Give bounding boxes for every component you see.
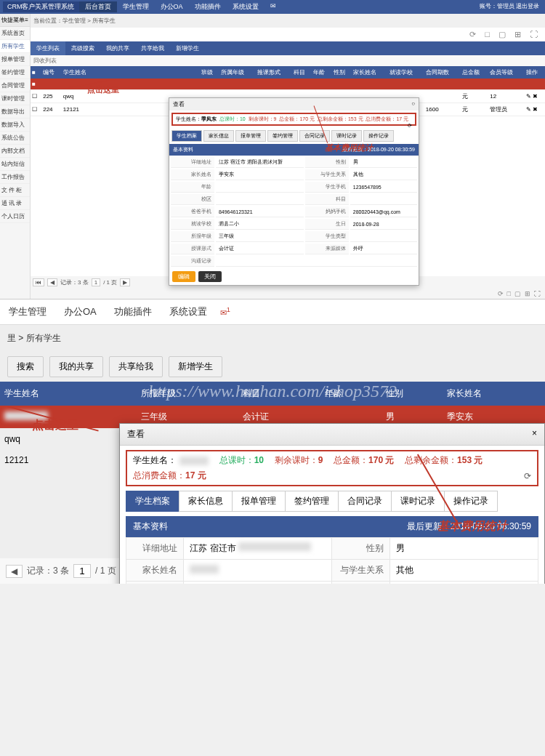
nav-students[interactable]: 学生管理: [0, 299, 55, 324]
col[interactable]: 科目: [238, 382, 320, 406]
student-modal: 查看○ 学生姓名：季凤东 总课时：10 剩余课时：9 总金额：170 元 总剩余…: [169, 97, 419, 286]
nav: 学生管理 办公OA 功能插件 系统设置 ✉1: [0, 299, 545, 325]
breadcrumb: 里 > 所有学生: [0, 325, 545, 352]
delete-icon[interactable]: ✖: [533, 106, 538, 113]
sidebar-item[interactable]: 签约管理: [0, 66, 30, 79]
mail-icon[interactable]: ✉: [265, 1, 282, 12]
main-panel: 当前位置：学生管理 > 所有学生 ⟳ □ ▢ ⊞ ⛶ 学生列表 高级搜索 我的共…: [31, 14, 545, 299]
col[interactable]: 学生姓名: [62, 66, 98, 79]
mtab-ops[interactable]: 操作记录: [363, 130, 394, 142]
col[interactable]: 合同期数: [424, 66, 461, 79]
edit-button[interactable]: 编辑: [172, 271, 195, 282]
nav-settings[interactable]: 系统设置: [161, 299, 216, 324]
sidebar-item[interactable]: 个人日历: [0, 210, 30, 223]
edit-icon[interactable]: ✎: [526, 106, 531, 113]
refresh-icon[interactable]: ⟳: [469, 30, 476, 39]
tool-icon[interactable]: □: [485, 30, 490, 39]
sidebar-item[interactable]: 站内短信: [0, 158, 30, 171]
refresh-icon[interactable]: ⟳: [408, 123, 412, 129]
refresh-icon[interactable]: ⟳: [524, 471, 531, 481]
sidebar-item[interactable]: 所有学生: [0, 40, 30, 53]
col[interactable]: 年龄: [320, 382, 382, 406]
sidebar-item[interactable]: 系统首页: [0, 27, 30, 40]
pager-page-input[interactable]: [73, 564, 91, 578]
sidebar-item[interactable]: 数据导出: [0, 105, 30, 118]
col[interactable]: 所报年级: [137, 382, 239, 406]
col[interactable]: 性别: [382, 382, 443, 406]
mtab-contract[interactable]: 合同记录: [338, 491, 392, 512]
col[interactable]: 就读学校: [388, 66, 424, 79]
user-info[interactable]: 账号：管理员 退出登录: [477, 1, 542, 12]
tab-myshare[interactable]: 我的共享: [100, 41, 135, 55]
nav-plugins[interactable]: 功能插件: [105, 299, 161, 324]
col[interactable]: 所属年级: [219, 66, 256, 79]
delete-icon[interactable]: ✖: [533, 93, 538, 100]
collapse-icon[interactable]: ≡: [25, 17, 28, 23]
nav-oa[interactable]: 办公OA: [155, 1, 189, 12]
sidebar-title: 快捷菜单≡: [0, 14, 30, 27]
sidebar-item[interactable]: 系统公告: [0, 132, 30, 145]
breadcrumb: 当前位置：学生管理 > 所有学生: [31, 14, 545, 28]
col[interactable]: 家长姓名: [352, 66, 388, 79]
col[interactable]: 学生姓名: [0, 382, 137, 406]
col[interactable]: 班级: [200, 66, 220, 79]
sidebar-item[interactable]: 内部文档: [0, 145, 30, 158]
nav-settings[interactable]: 系统设置: [227, 1, 265, 12]
nav-plugins[interactable]: 功能插件: [189, 1, 227, 12]
nav-students[interactable]: 学生管理: [117, 1, 155, 12]
sidebar-item[interactable]: 通 讯 录: [0, 197, 30, 210]
sidebar-item[interactable]: 工作报告: [0, 171, 30, 184]
mtab-ops[interactable]: 操作记录: [444, 491, 498, 512]
sidebar-item[interactable]: 报单管理: [0, 53, 30, 66]
btn-myshare[interactable]: 我的共享: [49, 356, 103, 377]
close-button[interactable]: 关闭: [198, 271, 222, 282]
pager-prev[interactable]: ◀: [6, 565, 23, 578]
tab-shared[interactable]: 共享给我: [135, 41, 170, 55]
close-icon[interactable]: ○: [411, 100, 415, 108]
sidebar-item[interactable]: 课时管理: [0, 92, 30, 105]
mtab-lesson[interactable]: 课时记录: [391, 491, 445, 512]
col[interactable]: 年龄: [312, 66, 332, 79]
tool-icon[interactable]: ▢: [498, 30, 506, 39]
toolbar-icons: ⟳ □ ▢ ⊞ ⛶: [31, 28, 545, 41]
pager-prev[interactable]: ◀: [47, 278, 57, 286]
mtab-order[interactable]: 报单管理: [235, 130, 266, 142]
tab-search[interactable]: 高级搜索: [65, 41, 100, 55]
col[interactable]: 推课形式: [256, 66, 292, 79]
col[interactable]: 家长姓名: [443, 382, 545, 406]
mtab-order[interactable]: 报单管理: [232, 491, 286, 512]
mtab-parent[interactable]: 家长信息: [179, 491, 233, 512]
col[interactable]: 总金额: [461, 66, 489, 79]
mtab-sign[interactable]: 签约管理: [267, 130, 298, 142]
close-icon[interactable]: ×: [532, 428, 537, 441]
tab-new[interactable]: 新增学生: [170, 41, 205, 55]
pager-next[interactable]: ▶: [120, 278, 130, 286]
mtab-parent[interactable]: 家长信息: [203, 130, 234, 142]
mail-icon[interactable]: ✉1: [220, 306, 230, 318]
mtab-lesson[interactable]: 课时记录: [331, 130, 362, 142]
col[interactable]: 性别: [332, 66, 352, 79]
nav-home[interactable]: 后台首页: [79, 1, 117, 12]
pager-first[interactable]: ⏮: [33, 278, 44, 286]
col[interactable]: 操作: [525, 66, 545, 79]
mtab-profile[interactable]: 学生档案: [126, 491, 179, 512]
col[interactable]: 编号: [41, 66, 62, 79]
tool-icon[interactable]: ⛶: [530, 30, 538, 39]
sidebar-item[interactable]: 合同管理: [0, 79, 30, 92]
toolbar[interactable]: 回收列表: [31, 55, 545, 66]
btn-shared[interactable]: 共享给我: [109, 356, 163, 377]
footer-icons: ⟳ □ ▢ ⊞ ⛶: [31, 289, 545, 299]
col-check[interactable]: ■: [31, 66, 41, 79]
btn-new[interactable]: 新增学生: [169, 356, 222, 377]
mtab-profile[interactable]: 学生档案: [171, 130, 202, 142]
tab-list[interactable]: 学生列表: [31, 41, 65, 55]
btn-search[interactable]: 搜索: [7, 356, 44, 377]
sidebar-item[interactable]: 文 件 柜: [0, 184, 30, 197]
sidebar-item[interactable]: 数据导入: [0, 118, 30, 132]
mtab-sign[interactable]: 签约管理: [285, 491, 339, 512]
tool-icon[interactable]: ⊞: [514, 30, 521, 39]
edit-icon[interactable]: ✎: [526, 93, 531, 100]
col[interactable]: 会员等级: [488, 66, 525, 79]
col[interactable]: 科目: [292, 66, 312, 79]
nav-oa[interactable]: 办公OA: [55, 299, 105, 324]
